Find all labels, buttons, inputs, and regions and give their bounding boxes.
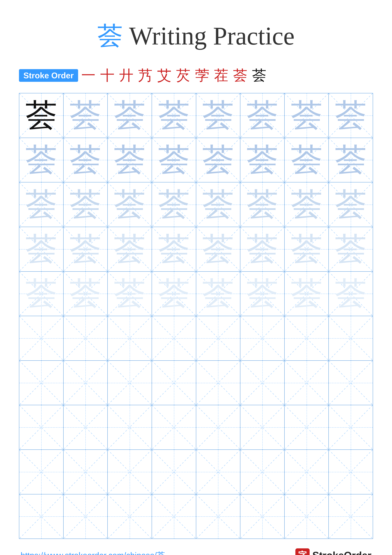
grid-cell[interactable]: [152, 316, 196, 360]
grid-cell[interactable]: [196, 450, 241, 494]
grid-cell[interactable]: [285, 450, 329, 494]
grid-cell[interactable]: [108, 450, 152, 494]
grid-cell[interactable]: [240, 316, 285, 360]
grid-cell[interactable]: 荟: [240, 227, 285, 271]
cell-char: [64, 316, 107, 360]
grid-cell[interactable]: [329, 494, 373, 539]
grid-cell[interactable]: [240, 450, 285, 494]
grid-cell[interactable]: [240, 405, 285, 449]
grid-cell[interactable]: 荟: [240, 272, 285, 316]
grid-cell[interactable]: 荟: [196, 272, 241, 316]
grid-cell[interactable]: 荟: [64, 272, 108, 316]
grid-cell[interactable]: 荟: [108, 93, 152, 138]
grid-cell[interactable]: 荟: [152, 138, 196, 182]
grid-cell[interactable]: [64, 361, 108, 405]
grid-cell[interactable]: [64, 450, 108, 494]
grid-cell[interactable]: 荟: [329, 93, 373, 138]
grid-cell[interactable]: [285, 316, 329, 360]
cell-char: [240, 361, 284, 405]
cell-char: 荟: [329, 138, 373, 182]
grid-cell[interactable]: [152, 494, 196, 539]
cell-char: [196, 361, 240, 405]
grid-cell[interactable]: 荟: [240, 183, 285, 227]
grid-cell[interactable]: [108, 494, 152, 539]
grid-cell[interactable]: 荟: [64, 138, 108, 182]
cell-char: 荟: [108, 93, 152, 138]
grid-cell[interactable]: [64, 405, 108, 449]
stroke-5: 艾: [157, 66, 173, 85]
grid-cell[interactable]: 荟: [108, 138, 152, 182]
grid-cell[interactable]: [64, 494, 108, 539]
grid-cell[interactable]: [108, 361, 152, 405]
grid-cell[interactable]: 荟: [285, 272, 329, 316]
grid-cell[interactable]: [285, 361, 329, 405]
grid-cell[interactable]: 荟: [108, 227, 152, 271]
grid-cell[interactable]: [108, 316, 152, 360]
grid-cell[interactable]: [196, 494, 241, 539]
grid-cell[interactable]: 荟: [152, 183, 196, 227]
grid-cell[interactable]: [19, 405, 64, 449]
grid-cell[interactable]: [19, 316, 64, 360]
cell-char: [108, 316, 152, 360]
cell-char: [285, 361, 328, 405]
grid-cell[interactable]: 荟: [285, 138, 329, 182]
grid-cell[interactable]: [329, 316, 373, 360]
grid-cell[interactable]: 荟: [152, 93, 196, 138]
grid-cell[interactable]: 荟: [196, 138, 241, 182]
grid-cell[interactable]: [240, 361, 285, 405]
grid-cell[interactable]: 荟: [64, 93, 108, 138]
grid-cell[interactable]: 荟: [285, 227, 329, 271]
stroke-7: 茡: [195, 66, 211, 85]
grid-cell[interactable]: 荟: [19, 227, 64, 271]
grid-cell[interactable]: [152, 405, 196, 449]
cell-char: 荟: [285, 227, 328, 271]
grid-cell[interactable]: 荟: [196, 227, 241, 271]
grid-cell[interactable]: 荟: [240, 93, 285, 138]
grid-cell[interactable]: 荟: [196, 93, 241, 138]
grid-cell[interactable]: 荟: [19, 93, 64, 138]
grid-cell[interactable]: [285, 494, 329, 539]
grid-row: [19, 361, 373, 405]
grid-cell[interactable]: [196, 405, 241, 449]
stroke-6: 芡: [176, 66, 192, 85]
grid-cell[interactable]: 荟: [64, 183, 108, 227]
grid-cell[interactable]: [152, 361, 196, 405]
grid-cell[interactable]: [19, 450, 64, 494]
cell-char: 荟: [285, 138, 328, 182]
grid-cell[interactable]: 荟: [64, 227, 108, 271]
grid-cell[interactable]: 荟: [108, 272, 152, 316]
grid-cell[interactable]: [240, 494, 285, 539]
grid-cell[interactable]: 荟: [285, 183, 329, 227]
grid-cell[interactable]: 荟: [152, 272, 196, 316]
grid-cell[interactable]: [196, 316, 241, 360]
grid-cell[interactable]: [19, 494, 64, 539]
grid-cell[interactable]: [329, 361, 373, 405]
cell-char: [19, 361, 63, 405]
grid-cell[interactable]: [329, 405, 373, 449]
cell-char: [285, 494, 328, 539]
grid-cell[interactable]: [19, 361, 64, 405]
grid-cell[interactable]: [329, 450, 373, 494]
grid-cell[interactable]: 荟: [108, 183, 152, 227]
grid-cell[interactable]: [64, 316, 108, 360]
grid-cell[interactable]: 荟: [329, 138, 373, 182]
grid-cell[interactable]: 荟: [329, 183, 373, 227]
grid-cell[interactable]: 荟: [329, 227, 373, 271]
grid-cell[interactable]: 荟: [196, 183, 241, 227]
cell-char: [152, 405, 196, 449]
cell-char: [240, 494, 284, 539]
grid-cell[interactable]: 荟: [285, 93, 329, 138]
grid-cell[interactable]: 荟: [19, 272, 64, 316]
grid-cell[interactable]: 荟: [19, 138, 64, 182]
grid-cell[interactable]: 荟: [240, 138, 285, 182]
grid-cell[interactable]: [196, 361, 241, 405]
cell-char: [64, 405, 107, 449]
cell-char: [152, 494, 196, 539]
grid-cell[interactable]: [108, 405, 152, 449]
grid-cell[interactable]: [285, 405, 329, 449]
grid-cell[interactable]: [152, 450, 196, 494]
grid-cell[interactable]: 荟: [329, 272, 373, 316]
grid-cell[interactable]: 荟: [152, 227, 196, 271]
footer-url[interactable]: https://www.strokeorder.com/chinese/荟: [21, 550, 165, 555]
grid-cell[interactable]: 荟: [19, 183, 64, 227]
